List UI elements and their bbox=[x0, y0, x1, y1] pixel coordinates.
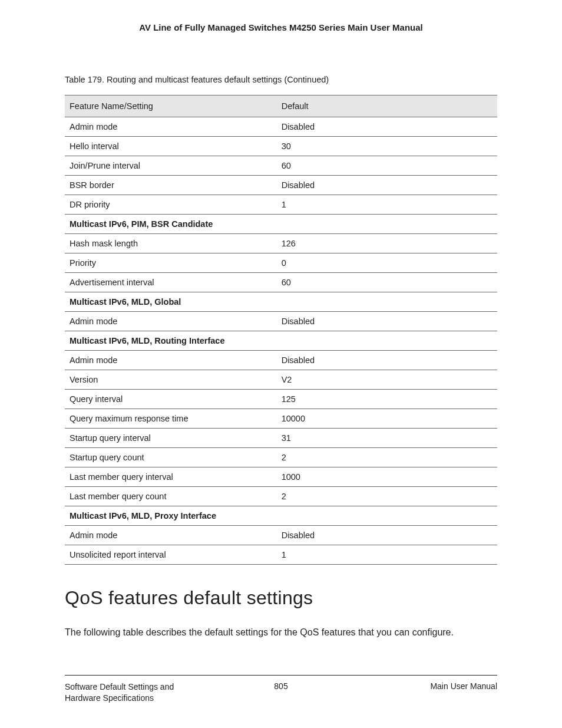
cell-feature: DR priority bbox=[65, 195, 277, 215]
table-row: Query interval125 bbox=[65, 390, 497, 409]
cell-default: 2 bbox=[277, 448, 497, 467]
table-caption: Table 179. Routing and multicast feature… bbox=[65, 75, 497, 84]
table-row: Admin modeDisabled bbox=[65, 117, 497, 137]
column-header-feature: Feature Name/Setting bbox=[65, 95, 277, 117]
table-row: Priority0 bbox=[65, 253, 497, 273]
table-row: BSR borderDisabled bbox=[65, 176, 497, 195]
cell-default: 0 bbox=[277, 253, 497, 273]
cell-feature: Unsolicited report interval bbox=[65, 545, 277, 565]
table-row: Admin modeDisabled bbox=[65, 351, 497, 370]
table-row: Admin modeDisabled bbox=[65, 526, 497, 545]
cell-default: Disabled bbox=[277, 176, 497, 195]
cell-default: Disabled bbox=[277, 312, 497, 331]
table-row: Admin modeDisabled bbox=[65, 312, 497, 331]
cell-default: Disabled bbox=[277, 351, 497, 370]
cell-feature: Multicast IPv6, MLD, Routing Interface bbox=[65, 331, 277, 351]
table-row: Advertisement interval60 bbox=[65, 273, 497, 292]
cell-feature: Hash mask length bbox=[65, 234, 277, 253]
cell-feature: Last member query interval bbox=[65, 467, 277, 487]
cell-default: 1 bbox=[277, 195, 497, 215]
table-row: Join/Prune interval60 bbox=[65, 156, 497, 176]
cell-feature: Query maximum response time bbox=[65, 409, 277, 429]
cell-feature: Last member query count bbox=[65, 487, 277, 506]
cell-default: V2 bbox=[277, 370, 497, 390]
section-heading: QoS features default settings bbox=[65, 587, 497, 609]
table-row: Multicast IPv6, MLD, Global bbox=[65, 292, 497, 312]
cell-feature: Startup query interval bbox=[65, 429, 277, 448]
cell-default bbox=[277, 506, 497, 526]
table-row: Query maximum response time10000 bbox=[65, 409, 497, 429]
page-footer: Software Default Settings and Hardware S… bbox=[65, 675, 497, 704]
table-row: Hash mask length126 bbox=[65, 234, 497, 253]
cell-default bbox=[277, 215, 497, 234]
table-row: Multicast IPv6, PIM, BSR Candidate bbox=[65, 215, 497, 234]
footer-left: Software Default Settings and Hardware S… bbox=[65, 681, 207, 704]
cell-feature: Hello interval bbox=[65, 137, 277, 156]
cell-feature: Version bbox=[65, 370, 277, 390]
cell-default: 31 bbox=[277, 429, 497, 448]
cell-feature: Multicast IPv6, MLD, Global bbox=[65, 292, 277, 312]
cell-feature: Admin mode bbox=[65, 117, 277, 137]
settings-table: Feature Name/Setting Default Admin modeD… bbox=[65, 95, 497, 565]
table-row: Multicast IPv6, MLD, Proxy Interface bbox=[65, 506, 497, 526]
document-header: AV Line of Fully Managed Switches M4250 … bbox=[65, 22, 497, 32]
cell-feature: Admin mode bbox=[65, 312, 277, 331]
table-row: Multicast IPv6, MLD, Routing Interface bbox=[65, 331, 497, 351]
cell-feature: Advertisement interval bbox=[65, 273, 277, 292]
table-row: Last member query count2 bbox=[65, 487, 497, 506]
footer-page-number: 805 bbox=[210, 681, 352, 691]
cell-default: 1000 bbox=[277, 467, 497, 487]
cell-feature: Priority bbox=[65, 253, 277, 273]
cell-feature: Multicast IPv6, MLD, Proxy Interface bbox=[65, 506, 277, 526]
cell-default: 1 bbox=[277, 545, 497, 565]
table-row: Startup query interval31 bbox=[65, 429, 497, 448]
cell-feature: Query interval bbox=[65, 390, 277, 409]
cell-default: 126 bbox=[277, 234, 497, 253]
cell-default: Disabled bbox=[277, 117, 497, 137]
table-row: VersionV2 bbox=[65, 370, 497, 390]
cell-default bbox=[277, 331, 497, 351]
cell-default: 10000 bbox=[277, 409, 497, 429]
table-header-row: Feature Name/Setting Default bbox=[65, 95, 497, 117]
cell-feature: Join/Prune interval bbox=[65, 156, 277, 176]
cell-feature: Multicast IPv6, PIM, BSR Candidate bbox=[65, 215, 277, 234]
section-paragraph: The following table describes the defaul… bbox=[65, 625, 489, 639]
table-row: DR priority1 bbox=[65, 195, 497, 215]
cell-feature: Startup query count bbox=[65, 448, 277, 467]
cell-feature: Admin mode bbox=[65, 526, 277, 545]
cell-feature: BSR border bbox=[65, 176, 277, 195]
cell-default: Disabled bbox=[277, 526, 497, 545]
footer-right: Main User Manual bbox=[355, 681, 497, 691]
table-row: Startup query count2 bbox=[65, 448, 497, 467]
table-row: Hello interval30 bbox=[65, 137, 497, 156]
cell-default bbox=[277, 292, 497, 312]
cell-default: 30 bbox=[277, 137, 497, 156]
cell-default: 2 bbox=[277, 487, 497, 506]
cell-default: 60 bbox=[277, 273, 497, 292]
table-row: Last member query interval1000 bbox=[65, 467, 497, 487]
cell-default: 60 bbox=[277, 156, 497, 176]
table-row: Unsolicited report interval1 bbox=[65, 545, 497, 565]
cell-feature: Admin mode bbox=[65, 351, 277, 370]
cell-default: 125 bbox=[277, 390, 497, 409]
column-header-default: Default bbox=[277, 95, 497, 117]
